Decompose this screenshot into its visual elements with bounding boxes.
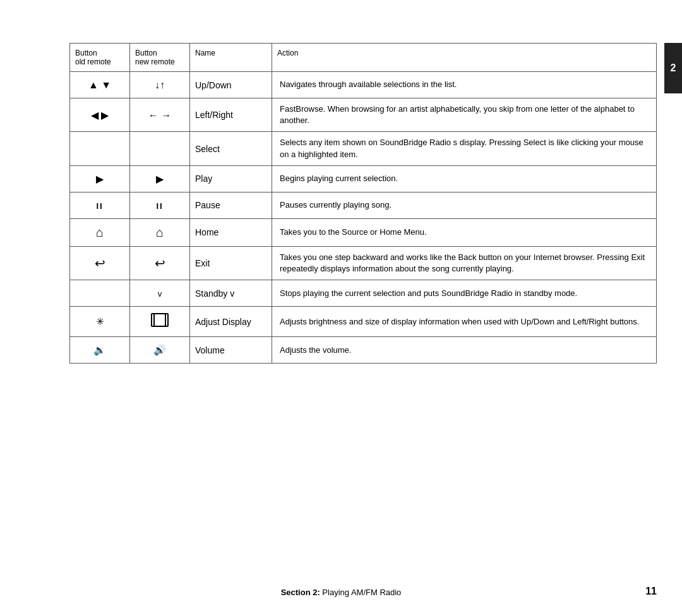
new-icon-home: ⌂ xyxy=(130,218,190,246)
old-icon-play: ▶ xyxy=(70,165,130,192)
chapter-tab: 2 xyxy=(664,43,682,93)
page-container: 2 Button old remote Button new remote Na… xyxy=(0,0,682,616)
name-display: Adjust Display xyxy=(190,307,272,337)
action-exit: Takes you one step backward and works li… xyxy=(272,246,657,280)
new-icon-display xyxy=(130,307,190,337)
action-volume: Adjusts the volume. xyxy=(272,337,657,364)
table-row: Select Selects any item shown on SoundBr… xyxy=(70,132,657,165)
old-icon-select xyxy=(70,132,130,165)
old-icon-updown: ▲ ▼ xyxy=(70,72,130,98)
action-display: Adjusts brightness and size of display i… xyxy=(272,307,657,337)
new-icon-select xyxy=(130,132,190,165)
new-icon-play: ▶ xyxy=(130,165,190,192)
name-standby: Standby v xyxy=(190,280,272,307)
table-row: ⌂ ⌂ Home Takes you to the Source or Home… xyxy=(70,218,657,246)
header-name: Name xyxy=(195,49,215,57)
old-icon-home: ⌂ xyxy=(70,218,130,246)
header-old-line2: old remote xyxy=(75,57,111,66)
old-icon-exit: ↩ xyxy=(70,246,130,280)
name-home: Home xyxy=(190,218,272,246)
old-icon-standby xyxy=(70,280,130,307)
header-col-old: Button old remote xyxy=(70,44,130,72)
header-col-new: Button new remote xyxy=(130,44,190,72)
table-row: 🔉 🔊 Volume Adjusts the volume. xyxy=(70,337,657,364)
action-home: Takes you to the Source or Home Menu. xyxy=(272,218,657,246)
name-leftright: Left/Right xyxy=(190,98,272,132)
table-row: ✳ Adjust Display Adjusts brightness and … xyxy=(70,307,657,337)
page-number: 11 xyxy=(645,586,657,597)
name-select: Select xyxy=(190,132,272,165)
action-leftright: FastBrowse. When browsing for an artist … xyxy=(272,98,657,132)
table-row: ↩ ↩ Exit Takes you one step backward and… xyxy=(70,246,657,280)
action-standby: Stops playing the current selection and … xyxy=(272,280,657,307)
name-updown: Up/Down xyxy=(190,72,272,98)
display-icon-svg xyxy=(151,313,169,327)
old-icon-leftright: ◀ ▶ xyxy=(70,98,130,132)
name-play: Play xyxy=(190,165,272,192)
footer: Section 2: Playing AM/FM Radio xyxy=(0,588,682,597)
action-select: Selects any item shown on SoundBridge Ra… xyxy=(272,132,657,165)
new-icon-leftright: ← → xyxy=(130,98,190,132)
action-pause: Pauses currently playing song. xyxy=(272,192,657,218)
table-row: II II Pause Pauses currently playing son… xyxy=(70,192,657,218)
action-play: Begins playing current selection. xyxy=(272,165,657,192)
new-icon-volume: 🔊 xyxy=(130,337,190,364)
header-old-line1: Button xyxy=(75,49,97,57)
name-exit: Exit xyxy=(190,246,272,280)
header-new-line2: new remote xyxy=(135,57,175,66)
action-updown: Navigates through available selections i… xyxy=(272,72,657,98)
footer-bold: Section 2: xyxy=(281,588,320,597)
header-action: Action xyxy=(277,49,298,57)
footer-normal: Playing AM/FM Radio xyxy=(320,588,402,597)
header-col-name: Name xyxy=(190,44,272,72)
chapter-number: 2 xyxy=(671,62,676,74)
header-new-line1: Button xyxy=(135,49,157,57)
new-icon-pause: II xyxy=(130,192,190,218)
table-row: v Standby v Stops playing the current se… xyxy=(70,280,657,307)
new-icon-updown: ↓↑ xyxy=(130,72,190,98)
table-row: ▶ ▶ Play Begins playing current selectio… xyxy=(70,165,657,192)
new-icon-standby: v xyxy=(130,280,190,307)
table-wrapper: Button old remote Button new remote Name… xyxy=(69,43,657,540)
old-icon-volume: 🔉 xyxy=(70,337,130,364)
header-col-action: Action xyxy=(272,44,657,72)
button-reference-table: Button old remote Button new remote Name… xyxy=(69,43,657,364)
old-icon-display: ✳ xyxy=(70,307,130,337)
table-header-row: Button old remote Button new remote Name… xyxy=(70,44,657,72)
old-icon-pause: II xyxy=(70,192,130,218)
name-pause: Pause xyxy=(190,192,272,218)
table-row: ◀ ▶ ← → Left/Right FastBrowse. When brow… xyxy=(70,98,657,132)
new-icon-exit: ↩ xyxy=(130,246,190,280)
table-row: ▲ ▼ ↓↑ Up/Down Navigates through availab… xyxy=(70,72,657,98)
name-volume: Volume xyxy=(190,337,272,364)
